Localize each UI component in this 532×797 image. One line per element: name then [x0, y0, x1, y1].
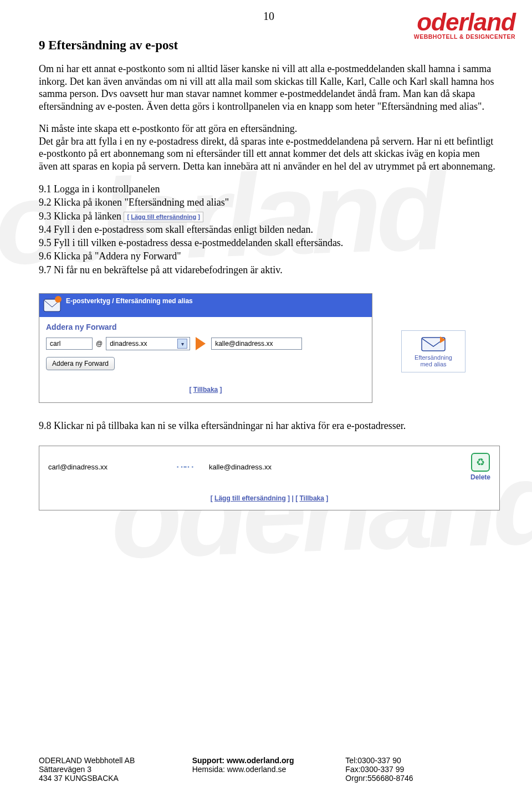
side-icon-label-1: Eftersändning — [404, 354, 463, 361]
forward-row: carl@dinadress.xx ⋯⋯ kalle@dinadress.xx … — [39, 446, 499, 486]
forward-list-panel: carl@dinadress.xx ⋯⋯ kalle@dinadress.xx … — [39, 446, 500, 510]
footer-company: ODERLAND Webbhotell AB — [39, 756, 192, 765]
step-9-6: 9.6 Klicka på "Addera ny Forward" — [39, 249, 499, 263]
at-symbol: @ — [96, 340, 103, 348]
section-heading: 9 Eftersändning av e-post — [39, 38, 499, 53]
recycle-icon: ♻ — [471, 453, 490, 472]
step-9-2: 9.2 Klicka på ikonen "Eftersändning med … — [39, 196, 499, 209]
footer-fax: Fax:0300-337 99 — [345, 765, 499, 774]
footer-site-value: www.oderland.se — [227, 765, 287, 774]
back-link[interactable]: [ Tillbaka ] — [39, 376, 372, 402]
dots-icon: ⋯⋯ — [176, 459, 209, 474]
paragraph-2: Ni måste inte skapa ett e-postkonto för … — [39, 122, 499, 172]
step-9-1: 9.1 Logga in i kontrollpanelen — [39, 182, 499, 196]
page-number: 10 — [39, 10, 499, 23]
footer-site-label: Hemsida: — [192, 765, 225, 774]
footer-tel: Tel:0300-337 90 — [345, 756, 499, 765]
step-9-4: 9.4 Fyll i den e-postadress som skall ef… — [39, 223, 499, 236]
footer-support-label: Support: — [192, 756, 224, 765]
form-titlebar: E-postverktyg / Eftersändning med alias — [39, 294, 372, 317]
add-forward-button[interactable]: Addera ny Forward — [46, 357, 115, 370]
svg-point-2 — [55, 296, 62, 303]
footer-org: Orgnr:556680-8746 — [345, 774, 499, 783]
chevron-down-icon[interactable]: ▾ — [177, 339, 187, 349]
mail-tool-icon — [42, 295, 64, 315]
arrow-right-icon — [196, 337, 206, 350]
add-forward-link[interactable]: [ Lägg till eftersändning ] — [211, 494, 290, 502]
sidebar-forward-icon-card[interactable]: Eftersändning med alias — [401, 330, 466, 372]
forward-form-panel: E-postverktyg / Eftersändning med alias … — [39, 293, 372, 403]
page-footer: ODERLAND Webbhotell AB Sättarevägen 3 43… — [39, 756, 499, 783]
forward-to: kalle@dinadress.xx — [209, 463, 375, 471]
forward-from: carl@dinadress.xx — [48, 463, 176, 471]
side-icon-label-2: med alias — [404, 361, 463, 367]
domain-select[interactable]: dinadress.xx ▾ — [106, 337, 190, 350]
footer-city: 434 37 KUNGSBACKA — [39, 774, 192, 783]
add-forward-inline-link[interactable]: [ Lägg till eftersändning ] — [124, 212, 203, 222]
step-9-5: 9.5 Fyll i till vilken e-postadress dess… — [39, 236, 499, 249]
paragraph-1: Om ni har ett annat e-postkonto som ni a… — [39, 63, 499, 113]
destination-input[interactable] — [211, 338, 302, 350]
step-9-3: 9.3 Klicka på länken [ Lägg till eftersä… — [39, 210, 499, 223]
footer-support-value: www.oderland.org — [227, 756, 294, 765]
local-part-input[interactable] — [46, 338, 93, 350]
envelope-icon — [421, 334, 446, 352]
back-link-2[interactable]: [ Tillbaka ] — [295, 494, 328, 502]
form-subtitle: Addera ny Forward — [39, 317, 372, 333]
step-9-7: 9.7 Ni får nu en bekräftelse på att vida… — [39, 263, 499, 277]
footer-street: Sättarevägen 3 — [39, 765, 192, 774]
steps-list: 9.1 Logga in i kontrollpanelen 9.2 Klick… — [39, 182, 499, 277]
step-9-8: 9.8 Klickar ni på tillbaka kan ni se vil… — [39, 420, 499, 432]
delete-button[interactable]: ♻ Delete — [470, 453, 490, 481]
list-bottom-links: [ Lägg till eftersändning ] | [ Tillbaka… — [39, 486, 499, 510]
